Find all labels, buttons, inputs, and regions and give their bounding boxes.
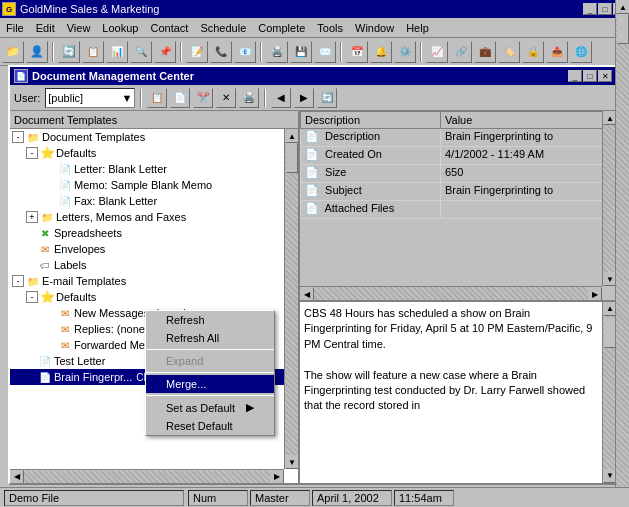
ctx-refresh-all[interactable]: Refresh All <box>146 329 274 347</box>
main-scrollbar[interactable]: ▲ ▼ <box>615 0 629 507</box>
tree-item-letter[interactable]: 📄 Letter: Blank Letter <box>10 161 298 177</box>
ctx-expand[interactable]: Expand <box>146 352 274 370</box>
tb-search[interactable]: 🔍 <box>130 41 152 63</box>
ctx-set-default[interactable]: Set as Default ▶ <box>146 398 274 417</box>
hscroll-left[interactable]: ◀ <box>10 470 24 484</box>
tb-new[interactable]: 📁 <box>2 41 24 63</box>
tb-upload[interactable]: 📤 <box>546 41 568 63</box>
tb-lock[interactable]: 🔒 <box>522 41 544 63</box>
menu-contact[interactable]: Contact <box>144 20 194 36</box>
tree-item-doc-templates[interactable]: - 📁 Document Templates <box>10 129 298 145</box>
dmc-back-btn[interactable]: ◀ <box>271 88 291 108</box>
vscroll-down-tree[interactable]: ▼ <box>285 455 299 469</box>
detail-value-size: 650 <box>441 165 616 183</box>
tb-bell[interactable]: 🔔 <box>370 41 392 63</box>
detail-row-createdon[interactable]: 📄 Created On 4/1/2002 - 11:49 AM <box>301 147 616 165</box>
folder-icon-letters: 📁 <box>40 210 54 224</box>
tb-tag[interactable]: 🏷️ <box>498 41 520 63</box>
user-select[interactable]: [public] ▼ <box>45 88 135 108</box>
preview-vscrollbar[interactable]: ▲ ▼ <box>602 302 616 483</box>
details-hscrollbar[interactable]: ◀ ▶ <box>300 286 602 300</box>
dmc-cut-btn[interactable]: ✂️ <box>193 88 213 108</box>
tb-link[interactable]: 🔗 <box>450 41 472 63</box>
tb-globe[interactable]: 🌐 <box>570 41 592 63</box>
tree-item-labels[interactable]: 🏷 Labels <box>10 257 298 273</box>
tb-mail[interactable]: ✉️ <box>314 41 336 63</box>
menu-help[interactable]: Help <box>400 20 435 36</box>
tree-vscrollbar[interactable]: ▲ ▼ <box>284 129 298 469</box>
tree-item-defaults[interactable]: - ⭐ Defaults <box>10 145 298 161</box>
menu-schedule[interactable]: Schedule <box>194 20 252 36</box>
tb-print[interactable]: 🖨️ <box>266 41 288 63</box>
tb-save[interactable]: 💾 <box>290 41 312 63</box>
tb-note[interactable]: 📝 <box>186 41 208 63</box>
expand-email-templates[interactable]: - <box>12 275 24 287</box>
user-dropdown-arrow[interactable]: ▼ <box>121 92 132 104</box>
tb-phone[interactable]: 📞 <box>210 41 232 63</box>
dmc-minimize-button[interactable]: _ <box>568 70 582 82</box>
tb-gear[interactable]: ⚙️ <box>394 41 416 63</box>
preview-area[interactable]: CBS 48 Hours has scheduled a show on Bra… <box>300 301 616 483</box>
dmc-paste-btn[interactable]: 📄 <box>170 88 190 108</box>
ctx-refresh[interactable]: Refresh <box>146 311 274 329</box>
ctx-merge[interactable]: Merge... <box>146 375 274 393</box>
tb-refresh[interactable]: 🔄 <box>58 41 80 63</box>
minimize-button[interactable]: _ <box>583 3 597 15</box>
tb-sep4 <box>340 42 342 62</box>
tree-hscrollbar[interactable]: ◀ ▶ <box>10 469 284 483</box>
tree-item-email-templates[interactable]: - 📁 E-mail Templates <box>10 273 298 289</box>
detail-value-attachedfiles <box>441 201 616 219</box>
dmc-print-btn[interactable]: 🖨️ <box>239 88 259 108</box>
detail-row-subject[interactable]: 📄 Subject Brain Fingerprinting to <box>301 183 616 201</box>
dmc-close-button[interactable]: ✕ <box>598 70 612 82</box>
expand-email-defaults[interactable]: - <box>26 291 38 303</box>
tree-item-spreadsheets[interactable]: ✖ Spreadsheets <box>10 225 298 241</box>
tb-pin[interactable]: 📌 <box>154 41 176 63</box>
tree-item-fax[interactable]: 📄 Fax: Blank Letter <box>10 193 298 209</box>
tb-user[interactable]: 👤 <box>26 41 48 63</box>
tb-calendar[interactable]: 📅 <box>346 41 368 63</box>
expand-letters-memos[interactable]: + <box>26 211 38 223</box>
detail-row-description[interactable]: 📄 Description Brain Fingerprinting to <box>301 129 616 147</box>
menu-edit[interactable]: Edit <box>30 20 61 36</box>
status-time: 11:54am <box>394 490 454 506</box>
menu-complete[interactable]: Complete <box>252 20 311 36</box>
menu-file[interactable]: File <box>0 20 30 36</box>
vscroll-up-tree[interactable]: ▲ <box>285 129 299 143</box>
tb-chart[interactable]: 📊 <box>106 41 128 63</box>
details-hscroll-left[interactable]: ◀ <box>300 287 314 301</box>
details-hscroll-right[interactable]: ▶ <box>588 287 602 301</box>
tree-item-envelopes[interactable]: ✉ Envelopes <box>10 241 298 257</box>
expand-doc-templates[interactable]: - <box>12 131 24 143</box>
menu-view[interactable]: View <box>61 20 97 36</box>
maximize-button[interactable]: □ <box>598 3 612 15</box>
expand-defaults[interactable]: - <box>26 147 38 159</box>
hscroll-right[interactable]: ▶ <box>270 470 284 484</box>
detail-label-attachedfiles: Attached Files <box>324 202 394 214</box>
detail-desc-label-description: 📄 Description <box>301 129 441 147</box>
menu-lookup[interactable]: Lookup <box>96 20 144 36</box>
tb-paste[interactable]: 📋 <box>82 41 104 63</box>
menu-window[interactable]: Window <box>349 20 400 36</box>
status-num: Num <box>188 490 248 506</box>
ctx-reset-default[interactable]: Reset Default <box>146 417 274 435</box>
details-vscrollbar[interactable]: ▲ ▼ <box>602 111 616 286</box>
ctx-sep1 <box>146 349 274 350</box>
folder-icon-email: 📁 <box>26 274 40 288</box>
menu-tools[interactable]: Tools <box>311 20 349 36</box>
tree-item-email-defaults[interactable]: - ⭐ Defaults <box>10 289 298 305</box>
tb-brief[interactable]: 💼 <box>474 41 496 63</box>
detail-row-attachedfiles[interactable]: 📄 Attached Files <box>301 201 616 219</box>
dmc-forward-btn[interactable]: ▶ <box>294 88 314 108</box>
dmc-maximize-button[interactable]: □ <box>583 70 597 82</box>
dmc-refresh-btn[interactable]: 🔄 <box>317 88 337 108</box>
tree-item-memo[interactable]: 📄 Memo: Sample Blank Memo <box>10 177 298 193</box>
dmc-delete-btn[interactable]: ✕ <box>216 88 236 108</box>
tb-email[interactable]: 📧 <box>234 41 256 63</box>
main-scroll-thumb[interactable] <box>617 14 629 44</box>
main-scroll-up[interactable]: ▲ <box>616 0 629 14</box>
tree-item-letters-memos[interactable]: + 📁 Letters, Memos and Faxes <box>10 209 298 225</box>
dmc-copy-btn[interactable]: 📋 <box>147 88 167 108</box>
tb-chart2[interactable]: 📈 <box>426 41 448 63</box>
detail-row-size[interactable]: 📄 Size 650 <box>301 165 616 183</box>
